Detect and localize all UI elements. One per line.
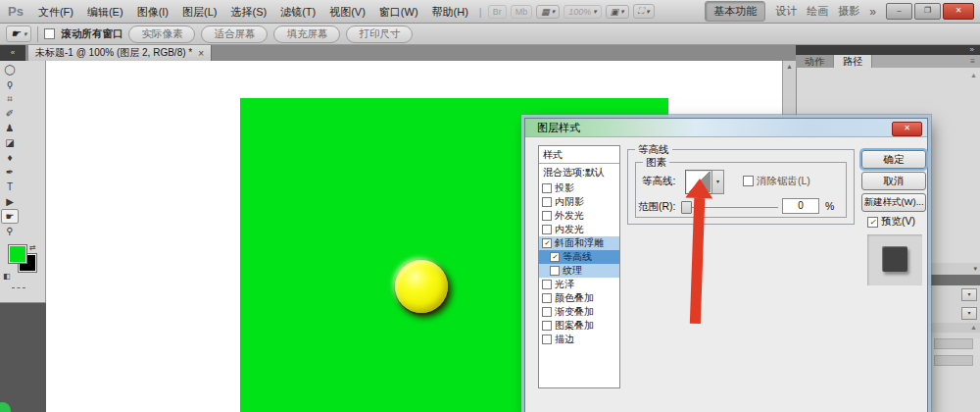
checkbox[interactable] <box>542 307 552 317</box>
collapse-toolbar-icon[interactable]: « <box>0 45 25 61</box>
workspace-essentials-button[interactable]: 基本功能 <box>705 1 765 22</box>
checkbox[interactable] <box>542 321 552 331</box>
ok-button[interactable]: 确定 <box>861 150 926 169</box>
checkbox[interactable] <box>542 280 552 289</box>
menu-edit[interactable]: 编辑(E) <box>80 1 130 23</box>
style-item-inner-glow[interactable]: 内发光 <box>539 223 619 236</box>
style-item-outer-glow[interactable]: 外发光 <box>539 209 619 223</box>
fit-screen-button[interactable]: 适合屏幕 <box>201 26 268 43</box>
view-extras-icon[interactable]: ▦▾ <box>536 5 560 19</box>
preview-checkbox[interactable]: ✓ <box>867 217 878 228</box>
checkbox[interactable] <box>542 293 552 303</box>
restore-button[interactable]: ❐ <box>914 3 941 20</box>
arrange-documents-icon[interactable]: ▣▾ <box>606 5 629 19</box>
blur-tool-icon[interactable]: ♦ <box>1 150 19 165</box>
checkbox[interactable] <box>542 335 552 344</box>
style-item-contour[interactable]: ✓等高线 <box>539 250 619 264</box>
workspace-design-button[interactable]: 设计 <box>775 4 797 19</box>
chevron-down-icon[interactable]: ▾ <box>973 265 977 272</box>
tab-actions[interactable]: 动作 <box>796 55 834 68</box>
screen-mode-icon[interactable]: ⛶▾ <box>633 4 655 19</box>
menu-file[interactable]: 文件(F) <box>31 1 80 23</box>
checkbox[interactable] <box>550 266 560 276</box>
zoom-tool-icon[interactable]: ⚲ <box>1 224 19 238</box>
antialias-checkbox[interactable] <box>743 176 754 186</box>
style-item-pattern-overlay[interactable]: 图案叠加 <box>539 319 619 333</box>
dropdown-icon[interactable]: ▾ <box>961 307 977 320</box>
pen-tool-icon[interactable]: ✒ <box>1 165 19 180</box>
dialog-title-bar[interactable]: 图层样式 <box>525 119 927 137</box>
print-size-button[interactable]: 打印尺寸 <box>346 26 413 43</box>
menu-window[interactable]: 窗口(W) <box>372 1 425 23</box>
menu-layer[interactable]: 图层(L) <box>175 1 223 23</box>
clone-stamp-tool-icon[interactable]: ♟ <box>1 121 19 135</box>
hand-tool-icon[interactable]: ☛ <box>1 209 19 224</box>
checkbox[interactable] <box>542 197 552 207</box>
antialias-label: 消除锯齿(L) <box>757 175 810 188</box>
style-item-texture[interactable]: 纹理 <box>539 264 619 278</box>
style-item-color-overlay[interactable]: 颜色叠加 <box>539 291 619 305</box>
hand-tool-preset[interactable]: ☛ ▾ <box>6 26 31 42</box>
menu-help[interactable]: 帮助(H) <box>425 1 475 23</box>
cancel-button[interactable]: 取消 <box>861 172 926 190</box>
swap-colors-icon[interactable]: ⇄ <box>29 243 36 252</box>
scroll-up-icon[interactable]: ▲ <box>970 324 977 331</box>
eraser-tool-icon[interactable]: ◪ <box>1 135 19 150</box>
scroll-up-icon[interactable]: ▲ <box>783 61 796 73</box>
chevron-down-icon: ▾ <box>552 8 556 16</box>
elliptical-marquee-tool-icon[interactable]: ◯ <box>1 62 19 77</box>
workspace-painting-button[interactable]: 绘画 <box>807 4 828 19</box>
dropdown-icon[interactable]: ▾ <box>961 288 977 301</box>
bridge-icon[interactable]: Br <box>488 5 507 19</box>
eyedropper-tool-icon[interactable]: ✐ <box>1 106 19 121</box>
quick-mask-icon[interactable] <box>12 287 25 292</box>
range-value-input[interactable]: 0 <box>782 198 819 214</box>
panel-menu-icon[interactable]: ≡ <box>970 55 980 68</box>
zoom-level-dropdown[interactable]: 100%▾ <box>564 5 602 19</box>
chevron-down-icon: ▾ <box>593 8 597 16</box>
panel-scroll-up-icon[interactable]: ▲ <box>970 72 977 78</box>
blending-options-item[interactable]: 混合选项:默认 <box>539 164 619 181</box>
close-button[interactable]: ✕ <box>943 3 974 20</box>
crop-tool-icon[interactable]: ⌗ <box>1 91 19 106</box>
style-item-stroke[interactable]: 描边 <box>539 333 619 346</box>
style-item-gradient-overlay[interactable]: 渐变叠加 <box>539 305 619 319</box>
menu-filter[interactable]: 滤镜(T) <box>273 1 322 23</box>
preview-option: ✓ 预览(V) <box>867 215 915 229</box>
lasso-tool-icon[interactable]: ϙ <box>1 77 19 91</box>
style-item-drop-shadow[interactable]: 投影 <box>539 181 619 195</box>
path-selection-tool-icon[interactable]: ▶ <box>1 194 19 209</box>
checkbox-checked[interactable]: ✓ <box>550 252 560 262</box>
workspace-photography-button[interactable]: 摄影 <box>838 4 859 19</box>
type-tool-icon[interactable]: T <box>1 180 19 194</box>
new-style-button[interactable]: 新建样式(W)... <box>861 193 926 212</box>
dialog-close-button[interactable]: ✕ <box>892 122 922 136</box>
style-item-bevel-emboss[interactable]: ✓斜面和浮雕 <box>539 236 619 250</box>
fill-screen-button[interactable]: 填充屏幕 <box>273 26 340 43</box>
scroll-all-windows-checkbox[interactable] <box>44 28 55 39</box>
checkbox-checked[interactable]: ✓ <box>542 238 552 248</box>
menu-view[interactable]: 视图(V) <box>322 1 372 23</box>
document-tab[interactable]: 未标题-1 @ 100% (图层 2, RGB/8) * × <box>28 45 212 61</box>
contour-dropdown-icon[interactable]: ▾ <box>711 170 724 194</box>
tab-paths[interactable]: 路径 <box>834 55 872 68</box>
checkbox[interactable] <box>542 225 552 234</box>
minibridge-icon[interactable]: Mb <box>511 5 533 19</box>
menu-image[interactable]: 图像(I) <box>130 1 175 23</box>
checkbox[interactable] <box>542 211 552 221</box>
workspace-overflow-icon[interactable]: » <box>869 5 876 19</box>
default-colors-icon[interactable]: ◧ <box>3 272 11 281</box>
checkbox[interactable] <box>542 183 552 193</box>
style-item-satin[interactable]: 光泽 <box>539 278 619 291</box>
styles-list-header: 样式 <box>539 146 619 164</box>
style-preview-box <box>867 234 922 285</box>
style-item-inner-shadow[interactable]: 内阴影 <box>539 195 619 209</box>
collapse-panels-icon[interactable]: » <box>970 45 974 54</box>
range-label: 范围(R): <box>638 200 676 214</box>
layer-thumb <box>934 355 973 366</box>
foreground-color-swatch[interactable] <box>8 244 27 264</box>
minimize-button[interactable]: – <box>886 3 912 20</box>
close-document-icon[interactable]: × <box>198 48 204 59</box>
actual-pixels-button[interactable]: 实际像素 <box>128 26 195 43</box>
menu-select[interactable]: 选择(S) <box>223 1 273 23</box>
